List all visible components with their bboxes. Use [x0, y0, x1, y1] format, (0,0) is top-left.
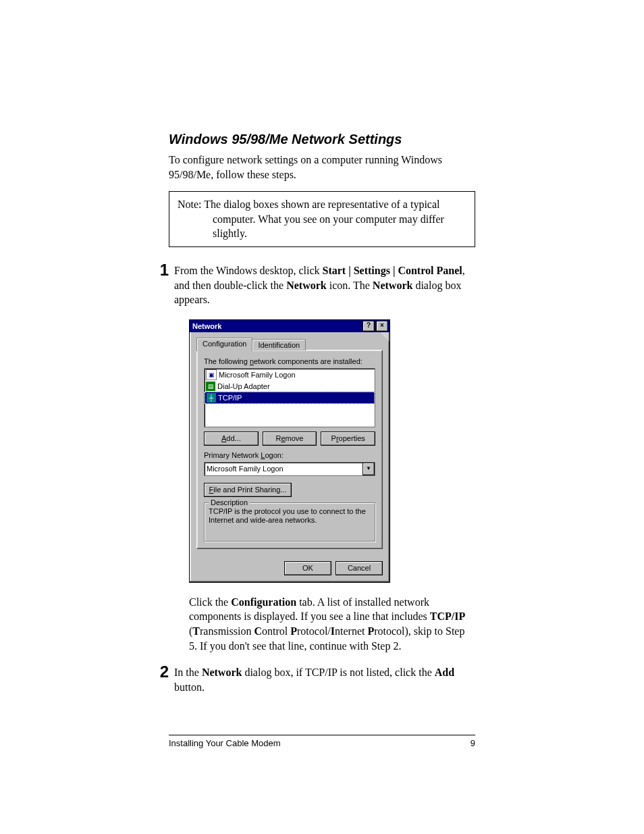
intro-paragraph: To configure network settings on a compu…: [169, 153, 475, 182]
network-dialog: Network ? × Configuration Identification…: [189, 319, 390, 583]
configuration-panel: The following network components are ins…: [196, 350, 383, 549]
inst-pre: The following: [204, 357, 250, 365]
inst-post: etwork components are installed:: [254, 357, 363, 365]
a1-b2: TCP/IP: [430, 610, 465, 622]
chevron-down-icon[interactable]: ▼: [363, 463, 375, 475]
adapter-icon: ▤: [206, 382, 215, 391]
footer-page-number: 9: [471, 738, 475, 748]
note-box: Note: The dialog boxes shown are represe…: [169, 191, 475, 247]
dialog-title: Network: [192, 322, 361, 330]
a1-pre: Click the: [189, 596, 231, 608]
description-legend: Description: [209, 498, 250, 506]
dialog-tabs: Configuration Identification: [196, 338, 383, 350]
rm-post: move: [286, 434, 304, 442]
step-1-continued: Click the Configuration tab. A list of i…: [189, 595, 475, 653]
primary-logon-dropdown[interactable]: Microsoft Family Logon ▼: [204, 462, 375, 476]
step1-b3: Network: [373, 280, 413, 291]
step1-b1: Start | Settings | Control Panel: [322, 265, 462, 276]
list-item-label: TCP/IP: [218, 394, 242, 402]
step1-post1: icon. The: [327, 280, 373, 291]
step-2: 2 In the Network dialog box, if TCP/IP i…: [169, 665, 475, 694]
pln-pre: Primary Network: [204, 451, 261, 459]
a1-m6: nternet: [335, 625, 367, 637]
file-print-sharing-button[interactable]: File and Print Sharing...: [204, 483, 292, 497]
a1-b1: Configuration: [231, 596, 296, 608]
list-item[interactable]: ▣ Microsoft Family Logon: [205, 369, 375, 381]
a1-b3: T: [192, 625, 200, 637]
page-footer: Installing Your Cable Modem 9: [169, 735, 475, 748]
tab-configuration[interactable]: Configuration: [196, 338, 252, 351]
note-line3: slightly.: [178, 226, 466, 241]
a1-b5: P: [290, 625, 297, 637]
a1-m3: ransmission: [200, 625, 254, 637]
remove-button[interactable]: Remove: [263, 432, 317, 446]
list-item-selected[interactable]: ┼ TCP/IP: [205, 392, 375, 404]
step1-b2: Network: [286, 280, 327, 291]
step-1-text: From the Windows desktop, click Start | …: [174, 263, 475, 307]
a1-b7: P: [367, 625, 374, 637]
step-1-number: 1: [149, 262, 174, 278]
list-item-label: Dial-Up Adapter: [217, 382, 270, 390]
note-label: Note:: [178, 199, 202, 210]
pr-pre: P: [331, 434, 336, 442]
close-button[interactable]: ×: [376, 321, 388, 332]
step-2-number: 2: [149, 664, 174, 680]
tab-identification[interactable]: Identification: [252, 339, 306, 350]
list-item-label: Microsoft Family Logon: [219, 371, 296, 379]
a1-b4: C: [254, 625, 262, 637]
s2-mid: dialog box, if TCP/IP is not listed, cli…: [242, 667, 434, 678]
section-heading: Windows 95/98/Me Network Settings: [169, 132, 475, 147]
a1-m5: rotocol/: [297, 625, 331, 637]
s2-pre: In the: [174, 667, 202, 678]
properties-button[interactable]: Properties: [321, 432, 375, 446]
client-icon: ▣: [206, 369, 217, 380]
add-post: dd...: [226, 434, 240, 442]
footer-chapter: Installing Your Cable Modem: [169, 738, 281, 748]
cancel-button[interactable]: Cancel: [336, 561, 383, 575]
description-text: TCP/IP is the protocol you use to connec…: [209, 507, 371, 525]
s2-b1: Network: [202, 667, 242, 678]
add-button[interactable]: Add...: [204, 432, 259, 446]
step-1: 1 From the Windows desktop, click Start …: [169, 263, 475, 307]
fps-post: ile and Print Sharing...: [213, 486, 286, 494]
help-button[interactable]: ?: [363, 321, 375, 332]
a1-m4: ontrol: [262, 625, 290, 637]
note-line1: The dialog boxes shown are representativ…: [204, 199, 439, 210]
installed-components-label: The following network components are ins…: [204, 357, 375, 365]
s2-b2: Add: [435, 667, 454, 678]
list-item[interactable]: ▤ Dial-Up Adapter: [205, 381, 375, 392]
components-listbox[interactable]: ▣ Microsoft Family Logon ▤ Dial-Up Adapt…: [204, 368, 375, 427]
protocol-icon: ┼: [207, 393, 216, 402]
pr-post: operties: [339, 434, 365, 442]
primary-logon-value: Microsoft Family Logon: [207, 465, 363, 473]
step1-pre: From the Windows desktop, click: [174, 265, 322, 276]
dialog-titlebar[interactable]: Network ? ×: [190, 320, 390, 332]
ok-button[interactable]: OK: [284, 561, 331, 575]
primary-logon-label: Primary Network Logon:: [204, 451, 375, 459]
pln-post: ogon:: [265, 451, 284, 459]
note-line2: computer. What you see on your computer …: [178, 212, 466, 227]
description-groupbox: Description TCP/IP is the protocol you u…: [204, 502, 375, 542]
step-2-text: In the Network dialog box, if TCP/IP is …: [174, 665, 475, 694]
s2-post: button.: [174, 681, 205, 693]
